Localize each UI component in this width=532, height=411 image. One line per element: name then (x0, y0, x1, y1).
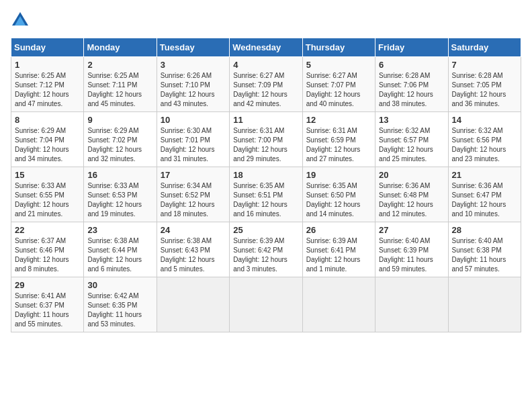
day-info: Sunrise: 6:40 AM Sunset: 6:38 PM Dayligh… (452, 236, 517, 274)
day-number: 27 (379, 225, 444, 235)
col-wednesday: Wednesday (230, 38, 302, 57)
day-info: Sunrise: 6:39 AM Sunset: 6:42 PM Dayligh… (233, 236, 298, 274)
day-info: Sunrise: 6:32 AM Sunset: 6:57 PM Dayligh… (379, 126, 444, 164)
col-friday: Friday (375, 38, 448, 57)
table-row: 26 Sunrise: 6:39 AM Sunset: 6:41 PM Dayl… (302, 222, 375, 277)
calendar-week-row: 29 Sunrise: 6:41 AM Sunset: 6:37 PM Dayl… (11, 277, 521, 332)
calendar-body: 1 Sunrise: 6:25 AM Sunset: 7:12 PM Dayli… (11, 57, 521, 332)
table-row: 15 Sunrise: 6:33 AM Sunset: 6:55 PM Dayl… (11, 167, 84, 222)
day-info: Sunrise: 6:36 AM Sunset: 6:48 PM Dayligh… (379, 181, 444, 219)
table-row (230, 277, 302, 332)
table-row: 30 Sunrise: 6:42 AM Sunset: 6:35 PM Dayl… (84, 277, 157, 332)
day-info: Sunrise: 6:31 AM Sunset: 6:59 PM Dayligh… (306, 126, 371, 164)
table-row: 11 Sunrise: 6:31 AM Sunset: 7:00 PM Dayl… (230, 112, 302, 167)
day-info: Sunrise: 6:27 AM Sunset: 7:07 PM Dayligh… (306, 71, 371, 109)
day-number: 26 (306, 225, 371, 235)
table-row: 6 Sunrise: 6:28 AM Sunset: 7:06 PM Dayli… (375, 57, 448, 112)
day-info: Sunrise: 6:28 AM Sunset: 7:05 PM Dayligh… (452, 71, 517, 109)
calendar-header-row: Sunday Monday Tuesday Wednesday Thursday… (11, 38, 521, 57)
col-saturday: Saturday (448, 38, 521, 57)
day-info: Sunrise: 6:33 AM Sunset: 6:53 PM Dayligh… (87, 181, 152, 219)
table-row: 10 Sunrise: 6:30 AM Sunset: 7:01 PM Dayl… (157, 112, 229, 167)
day-number: 1 (15, 60, 80, 70)
day-info: Sunrise: 6:33 AM Sunset: 6:55 PM Dayligh… (15, 181, 80, 219)
day-number: 11 (233, 115, 298, 125)
day-number: 24 (161, 225, 226, 235)
day-number: 9 (87, 115, 152, 125)
day-number: 12 (306, 115, 371, 125)
day-info: Sunrise: 6:38 AM Sunset: 6:43 PM Dayligh… (161, 236, 226, 274)
table-row: 17 Sunrise: 6:34 AM Sunset: 6:52 PM Dayl… (157, 167, 229, 222)
day-number: 17 (161, 170, 226, 180)
table-row: 7 Sunrise: 6:28 AM Sunset: 7:05 PM Dayli… (448, 57, 521, 112)
day-number: 5 (306, 60, 371, 70)
day-number: 30 (87, 280, 152, 290)
col-thursday: Thursday (302, 38, 375, 57)
day-number: 14 (452, 115, 517, 125)
table-row: 25 Sunrise: 6:39 AM Sunset: 6:42 PM Dayl… (230, 222, 302, 277)
table-row: 18 Sunrise: 6:35 AM Sunset: 6:51 PM Dayl… (230, 167, 302, 222)
day-info: Sunrise: 6:26 AM Sunset: 7:10 PM Dayligh… (161, 71, 226, 109)
table-row: 9 Sunrise: 6:29 AM Sunset: 7:02 PM Dayli… (84, 112, 157, 167)
table-row (157, 277, 229, 332)
table-row: 3 Sunrise: 6:26 AM Sunset: 7:10 PM Dayli… (157, 57, 229, 112)
calendar-week-row: 1 Sunrise: 6:25 AM Sunset: 7:12 PM Dayli… (11, 57, 521, 112)
day-info: Sunrise: 6:29 AM Sunset: 7:02 PM Dayligh… (87, 126, 152, 164)
day-info: Sunrise: 6:41 AM Sunset: 6:37 PM Dayligh… (15, 291, 80, 329)
day-number: 13 (379, 115, 444, 125)
day-number: 29 (15, 280, 80, 290)
table-row: 13 Sunrise: 6:32 AM Sunset: 6:57 PM Dayl… (375, 112, 448, 167)
table-row: 5 Sunrise: 6:27 AM Sunset: 7:07 PM Dayli… (302, 57, 375, 112)
col-sunday: Sunday (11, 38, 84, 57)
day-number: 19 (306, 170, 371, 180)
calendar-table: Sunday Monday Tuesday Wednesday Thursday… (11, 38, 521, 332)
table-row: 21 Sunrise: 6:36 AM Sunset: 6:47 PM Dayl… (448, 167, 521, 222)
logo (11, 11, 32, 30)
day-info: Sunrise: 6:28 AM Sunset: 7:06 PM Dayligh… (379, 71, 444, 109)
col-monday: Monday (84, 38, 157, 57)
table-row: 4 Sunrise: 6:27 AM Sunset: 7:09 PM Dayli… (230, 57, 302, 112)
day-info: Sunrise: 6:27 AM Sunset: 7:09 PM Dayligh… (233, 71, 298, 109)
day-number: 3 (161, 60, 226, 70)
day-info: Sunrise: 6:30 AM Sunset: 7:01 PM Dayligh… (161, 126, 226, 164)
table-row: 20 Sunrise: 6:36 AM Sunset: 6:48 PM Dayl… (375, 167, 448, 222)
day-info: Sunrise: 6:34 AM Sunset: 6:52 PM Dayligh… (161, 181, 226, 219)
calendar-week-row: 22 Sunrise: 6:37 AM Sunset: 6:46 PM Dayl… (11, 222, 521, 277)
day-number: 2 (87, 60, 152, 70)
table-row: 16 Sunrise: 6:33 AM Sunset: 6:53 PM Dayl… (84, 167, 157, 222)
day-info: Sunrise: 6:42 AM Sunset: 6:35 PM Dayligh… (87, 291, 152, 329)
day-number: 25 (233, 225, 298, 235)
day-info: Sunrise: 6:32 AM Sunset: 6:56 PM Dayligh… (452, 126, 517, 164)
day-number: 23 (87, 225, 152, 235)
day-info: Sunrise: 6:36 AM Sunset: 6:47 PM Dayligh… (452, 181, 517, 219)
table-row: 28 Sunrise: 6:40 AM Sunset: 6:38 PM Dayl… (448, 222, 521, 277)
day-number: 15 (15, 170, 80, 180)
day-info: Sunrise: 6:29 AM Sunset: 7:04 PM Dayligh… (15, 126, 80, 164)
day-info: Sunrise: 6:31 AM Sunset: 7:00 PM Dayligh… (233, 126, 298, 164)
day-number: 8 (15, 115, 80, 125)
table-row: 29 Sunrise: 6:41 AM Sunset: 6:37 PM Dayl… (11, 277, 84, 332)
day-number: 22 (15, 225, 80, 235)
day-info: Sunrise: 6:35 AM Sunset: 6:51 PM Dayligh… (233, 181, 298, 219)
table-row (448, 277, 521, 332)
table-row: 8 Sunrise: 6:29 AM Sunset: 7:04 PM Dayli… (11, 112, 84, 167)
day-info: Sunrise: 6:38 AM Sunset: 6:44 PM Dayligh… (87, 236, 152, 274)
page-header (11, 11, 521, 30)
day-number: 16 (87, 170, 152, 180)
calendar-week-row: 15 Sunrise: 6:33 AM Sunset: 6:55 PM Dayl… (11, 167, 521, 222)
day-info: Sunrise: 6:40 AM Sunset: 6:39 PM Dayligh… (379, 236, 444, 274)
table-row: 14 Sunrise: 6:32 AM Sunset: 6:56 PM Dayl… (448, 112, 521, 167)
logo-icon (11, 11, 30, 30)
day-info: Sunrise: 6:35 AM Sunset: 6:50 PM Dayligh… (306, 181, 371, 219)
day-number: 6 (379, 60, 444, 70)
calendar-week-row: 8 Sunrise: 6:29 AM Sunset: 7:04 PM Dayli… (11, 112, 521, 167)
day-info: Sunrise: 6:25 AM Sunset: 7:12 PM Dayligh… (15, 71, 80, 109)
day-info: Sunrise: 6:39 AM Sunset: 6:41 PM Dayligh… (306, 236, 371, 274)
day-info: Sunrise: 6:37 AM Sunset: 6:46 PM Dayligh… (15, 236, 80, 274)
table-row: 19 Sunrise: 6:35 AM Sunset: 6:50 PM Dayl… (302, 167, 375, 222)
day-number: 28 (452, 225, 517, 235)
day-number: 4 (233, 60, 298, 70)
table-row: 27 Sunrise: 6:40 AM Sunset: 6:39 PM Dayl… (375, 222, 448, 277)
day-number: 21 (452, 170, 517, 180)
table-row: 12 Sunrise: 6:31 AM Sunset: 6:59 PM Dayl… (302, 112, 375, 167)
